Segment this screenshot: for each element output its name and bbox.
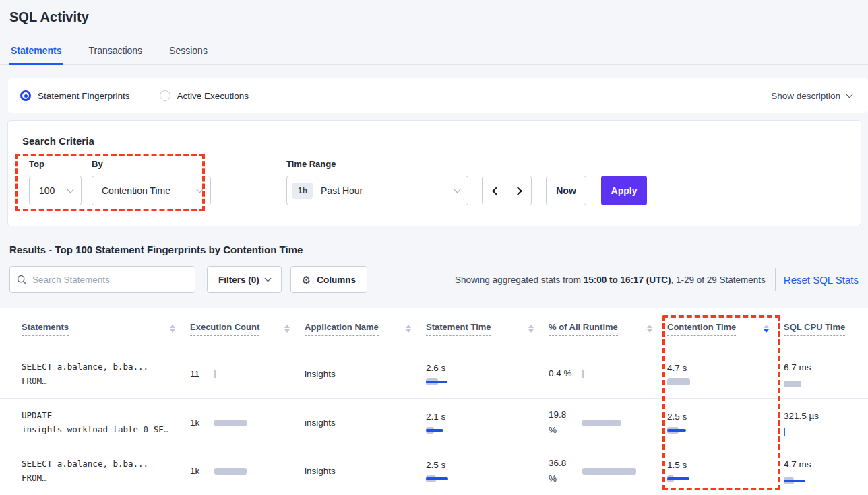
sort-icon[interactable]: [406, 325, 411, 333]
radio-active-executions[interactable]: Active Executions: [160, 90, 249, 101]
application-name-cell: insights: [305, 369, 426, 379]
results-toolbar: Filters (0) ⚙ Columns Showing aggregated…: [9, 266, 859, 293]
statement-link[interactable]: SELECT a.balance, b.ba...FROM…: [22, 457, 190, 485]
reset-sql-stats-link[interactable]: Reset SQL Stats: [784, 274, 859, 286]
contention-time-cell: 2.5 s: [667, 411, 784, 434]
col-header-statement-time[interactable]: Statement Time: [426, 322, 491, 336]
sql-cpu-time-cell: 6.7 ms: [784, 360, 868, 389]
show-description-toggle[interactable]: Show description: [771, 91, 852, 101]
col-header-statements[interactable]: Statements: [22, 322, 69, 336]
sort-icon[interactable]: [528, 325, 534, 333]
col-header-execution-count[interactable]: Execution Count: [190, 322, 259, 336]
radio-statement-fingerprints-label: Statement Fingerprints: [38, 91, 130, 101]
contention-time-bar: [667, 477, 689, 480]
results-heading: Results - Top 100 Statement Fingerprints…: [9, 244, 868, 255]
sql-cpu-time-cell: 321.5 µs: [784, 409, 868, 437]
time-range-label: Time Range: [286, 159, 468, 169]
statement-link[interactable]: SELECT a.balance, b.ba...FROM…: [22, 360, 190, 388]
tab-transactions[interactable]: Transactions: [87, 41, 144, 64]
by-select-value: Contention Time: [102, 185, 170, 196]
columns-button[interactable]: ⚙ Columns: [290, 266, 367, 293]
filters-button-label: Filters (0): [218, 275, 259, 285]
chevron-down-icon: [454, 186, 461, 193]
cpu-time-bar: [784, 480, 805, 482]
contention-time-cell: 4.7 s: [667, 363, 784, 386]
cpu-time-bar: [784, 381, 801, 387]
statement-time-cell: 2.6 s: [426, 363, 549, 386]
statements-table: Statements Execution Count Application N…: [0, 308, 868, 495]
top-field: Top 100: [29, 159, 82, 205]
application-name-cell: insights: [305, 418, 426, 428]
top-select-value: 100: [39, 185, 55, 196]
col-header-contention-time[interactable]: Contention Time: [667, 322, 736, 336]
statement-time-bar: [426, 477, 448, 480]
chevron-down-icon: [67, 186, 74, 193]
runtime-pct-cell: 19.8 %: [549, 407, 667, 438]
by-field-label: By: [92, 159, 211, 169]
search-criteria-heading: Search Criteria: [22, 135, 847, 147]
radio-unselected-icon: [160, 90, 170, 101]
apply-button[interactable]: Apply: [601, 176, 647, 205]
radio-selected-icon: [20, 90, 31, 101]
gear-icon: ⚙: [302, 275, 311, 285]
runtime-bar: [582, 370, 584, 378]
execution-count-cell: 11: [190, 369, 305, 379]
tab-sessions[interactable]: Sessions: [168, 41, 209, 64]
chevron-down-icon: [846, 91, 853, 98]
previous-time-range-button[interactable]: [483, 176, 507, 205]
runtime-bar: [582, 420, 621, 426]
cpu-time-bar: [784, 428, 785, 436]
time-range-badge: 1h: [292, 183, 313, 199]
contention-time-cell: 1.5 s: [667, 460, 784, 483]
time-range-pager: [482, 176, 532, 205]
sort-icon-active-desc[interactable]: [764, 325, 769, 333]
divider: [775, 268, 776, 291]
table-row: UPDATEinsights_workload_table_0 SE… 1k i…: [0, 398, 868, 447]
statement-time-cell: 2.5 s: [426, 460, 549, 483]
radio-statement-fingerprints[interactable]: Statement Fingerprints: [20, 90, 130, 101]
exec-count-bar: [214, 420, 247, 426]
chevron-right-icon: [514, 187, 522, 195]
search-statements-box: [9, 266, 195, 293]
now-button[interactable]: Now: [546, 176, 586, 205]
contention-time-bar: [667, 429, 686, 432]
chevron-left-icon: [492, 187, 501, 195]
chevron-down-icon: [264, 275, 271, 282]
statement-link[interactable]: UPDATEinsights_workload_table_0 SE…: [22, 409, 190, 436]
filters-button[interactable]: Filters (0): [207, 266, 282, 293]
radio-active-executions-label: Active Executions: [177, 91, 249, 101]
runtime-pct-cell: 36.8 %: [549, 456, 667, 487]
col-header-sql-cpu-time[interactable]: SQL CPU Time: [784, 322, 845, 336]
time-range-select[interactable]: 1h Past Hour: [286, 176, 468, 205]
columns-button-label: Columns: [317, 275, 356, 285]
by-field: By Contention Time: [92, 159, 211, 205]
top-select[interactable]: 100: [29, 176, 82, 205]
table-header-row: Statements Execution Count Application N…: [0, 308, 868, 350]
exec-count-bar: [214, 370, 216, 378]
execution-count-cell: 1k: [190, 418, 305, 428]
statement-time-bar: [426, 429, 443, 432]
contention-time-bar: [667, 378, 690, 385]
tab-statements[interactable]: Statements: [9, 41, 63, 64]
time-range-field: Time Range 1h Past Hour: [286, 159, 468, 205]
view-mode-panel: Statement Fingerprints Active Executions…: [8, 78, 868, 113]
by-select[interactable]: Contention Time: [92, 176, 211, 205]
col-header-pct-all-runtime[interactable]: % of All Runtime: [549, 322, 618, 336]
sort-icon[interactable]: [647, 325, 652, 333]
runtime-bar: [582, 468, 636, 475]
show-description-label: Show description: [771, 91, 840, 101]
showing-stats-text: Showing aggregated stats from 15:00 to 1…: [455, 275, 766, 285]
col-header-application-name[interactable]: Application Name: [305, 322, 379, 336]
statement-time-cell: 2.1 s: [426, 411, 549, 434]
table-row: SELECT a.balance, b.ba...FROM… 11 insigh…: [0, 350, 868, 398]
table-row: SELECT a.balance, b.ba...FROM… 1k insigh…: [0, 447, 868, 495]
time-range-value: Past Hour: [321, 185, 363, 196]
sort-icon[interactable]: [284, 325, 290, 333]
sort-icon[interactable]: [170, 325, 175, 333]
next-time-range-button[interactable]: [507, 176, 531, 205]
page-title: SQL Activity: [0, 0, 868, 25]
search-statements-input[interactable]: [32, 275, 188, 285]
sql-cpu-time-cell: 4.7 ms: [784, 457, 868, 486]
exec-count-bar: [214, 468, 247, 475]
runtime-pct-cell: 0.4 %: [549, 366, 667, 382]
